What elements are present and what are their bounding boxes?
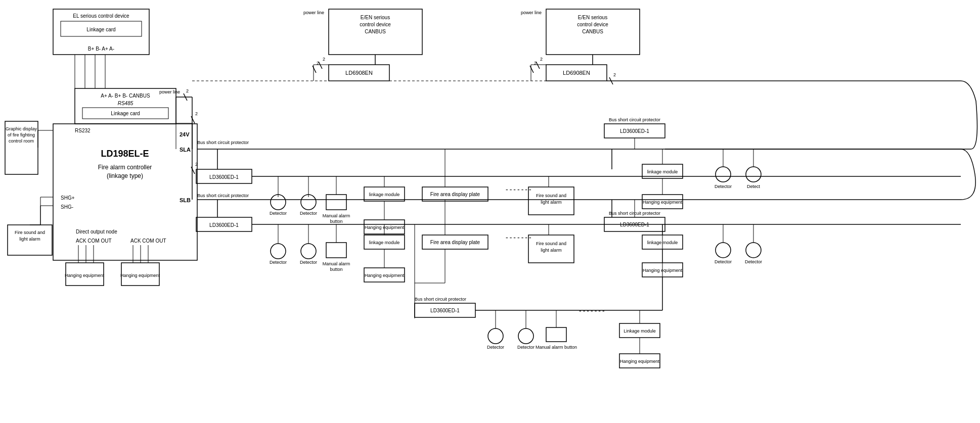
svg-text:Bus short circuit protector: Bus short circuit protector (197, 193, 249, 198)
diagram-svg: EL serious control device Linkage card B… (0, 0, 980, 423)
svg-text:Fire area display plate: Fire area display plate (430, 240, 480, 245)
svg-text:-------: ------- (579, 307, 606, 315)
svg-text:CANBUS: CANBUS (365, 29, 386, 34)
svg-text:control device: control device (577, 22, 608, 27)
svg-text:SLB: SLB (180, 197, 191, 203)
svg-text:LD3600ED-1: LD3600ED-1 (430, 308, 460, 313)
svg-text:Direct output node: Direct output node (76, 229, 117, 234)
svg-text:Manual alarm button: Manual alarm button (536, 345, 577, 350)
svg-text:Fire sound and: Fire sound and (536, 193, 566, 198)
svg-text:power line: power line (303, 10, 324, 15)
svg-text:Hanging equipment: Hanging equipment (643, 200, 683, 205)
svg-text:2: 2 (540, 57, 543, 62)
svg-text:light alarm: light alarm (541, 248, 562, 253)
svg-text:linkage module: linkage module (647, 169, 678, 174)
svg-text:EL serious control device: EL serious control device (73, 13, 129, 19)
svg-text:LD6908EN: LD6908EN (345, 70, 373, 76)
svg-text:ACK COM OUT: ACK COM OUT (76, 238, 112, 244)
svg-text:Linkage card: Linkage card (86, 27, 115, 32)
svg-text:2: 2 (323, 57, 325, 62)
svg-text:Fire sound and: Fire sound and (15, 230, 45, 235)
svg-text:light alarm: light alarm (541, 200, 562, 205)
svg-text:Detector: Detector (270, 211, 287, 216)
svg-text:SHG-: SHG- (61, 204, 73, 210)
svg-text:Detector: Detector (715, 184, 732, 189)
svg-text:E/EN serious: E/EN serious (578, 15, 607, 20)
svg-text:2: 2 (195, 162, 198, 167)
svg-text:LD3600ED-1: LD3600ED-1 (209, 174, 239, 180)
svg-text:Bus short circuit protector: Bus short circuit protector (609, 117, 660, 122)
svg-text:Detector: Detector (270, 260, 287, 265)
svg-text:power line: power line (521, 10, 542, 15)
svg-text:Fire alarm controller: Fire alarm controller (98, 164, 152, 171)
svg-text:LD198EL-E: LD198EL-E (101, 149, 149, 159)
svg-text:24V: 24V (180, 131, 190, 137)
svg-text:Bus short circuit protector: Bus short circuit protector (197, 140, 249, 145)
svg-text:linkage module: linkage module (369, 192, 400, 197)
svg-text:Detector: Detector (487, 345, 504, 350)
svg-text:power line: power line (159, 89, 180, 95)
svg-text:LD3600ED-1: LD3600ED-1 (620, 128, 649, 134)
svg-text:SHG+: SHG+ (61, 195, 75, 201)
svg-text:button: button (330, 219, 342, 224)
svg-text:light alarm: light alarm (19, 237, 40, 242)
svg-text:Manual alarm: Manual alarm (323, 213, 350, 218)
svg-text:CANBUS: CANBUS (582, 29, 603, 34)
svg-text:LD3600ED-1: LD3600ED-1 (620, 222, 649, 227)
svg-text:2: 2 (186, 88, 189, 93)
svg-text:SLA: SLA (180, 147, 191, 153)
svg-text:2: 2 (613, 72, 616, 77)
svg-text:control device: control device (360, 22, 391, 27)
svg-text:Hanging equipment: Hanging equipment (65, 273, 105, 278)
svg-text:Manual alarm: Manual alarm (323, 261, 350, 266)
svg-text:Hanging equipment: Hanging equipment (365, 273, 405, 278)
svg-text:linkage module: linkage module (369, 240, 400, 245)
svg-text:Hanging equipment: Hanging equipment (620, 359, 660, 364)
svg-text:of fire fighting: of fire fighting (8, 132, 35, 137)
svg-text:Detector: Detector (715, 259, 732, 264)
svg-rect-0 (0, 0, 980, 423)
svg-text:RS485: RS485 (118, 101, 133, 106)
svg-text:2: 2 (195, 111, 198, 116)
svg-text:(linkage type): (linkage type) (107, 172, 143, 179)
svg-text:Detector: Detector (745, 259, 762, 264)
svg-text:Detector: Detector (517, 345, 534, 350)
svg-text:Detect: Detect (747, 184, 761, 189)
svg-text:LD3600ED-1: LD3600ED-1 (209, 222, 239, 228)
svg-text:Detector: Detector (300, 260, 317, 265)
svg-text:ACK COM OUT: ACK COM OUT (130, 238, 166, 244)
svg-text:E/EN serious: E/EN serious (361, 15, 390, 20)
diagram-container: EL serious control device Linkage card B… (0, 0, 980, 423)
svg-text:Bus short circuit protector: Bus short circuit protector (415, 297, 466, 302)
svg-text:Fire area display plate: Fire area display plate (430, 192, 480, 197)
svg-text:Fire sound and: Fire sound and (536, 241, 566, 246)
svg-text:B+ B-  A+  A-: B+ B- A+ A- (88, 46, 114, 52)
svg-text:Linkage card: Linkage card (111, 111, 140, 116)
svg-text:Detector: Detector (300, 211, 317, 216)
svg-text:Linkage module: Linkage module (623, 328, 656, 334)
svg-text:Graphic display: Graphic display (6, 126, 37, 131)
svg-text:control room: control room (9, 138, 34, 144)
svg-text:LD6908EN: LD6908EN (563, 70, 590, 76)
svg-text:A+ A-  B+  B-  CANBUS: A+ A- B+ B- CANBUS (101, 93, 150, 99)
svg-text:button: button (330, 267, 342, 272)
svg-text:RS232: RS232 (75, 128, 91, 133)
svg-text:Hanging equipment: Hanging equipment (120, 273, 160, 278)
